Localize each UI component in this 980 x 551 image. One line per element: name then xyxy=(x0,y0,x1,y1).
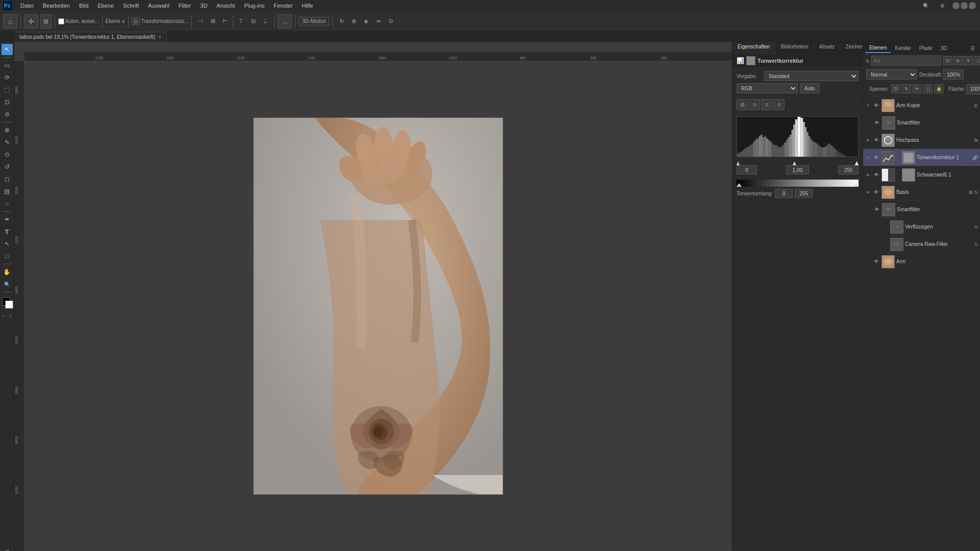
layer-arm-kopie[interactable]: ▼ 👁 Arm Kopie ⊞ xyxy=(863,97,980,114)
eye-arm-kopie[interactable]: 👁 xyxy=(873,102,880,109)
highlight-eyedropper-btn[interactable]: ⊡ xyxy=(773,99,785,110)
menu-filter[interactable]: Filter xyxy=(175,2,195,10)
blend-mode-dropdown[interactable]: Normal xyxy=(866,69,917,80)
menu-auswahl[interactable]: Auswahl xyxy=(144,2,174,10)
zoom-tool[interactable]: 🔍 xyxy=(2,279,13,290)
standard-mode-btn[interactable]: □ xyxy=(8,313,14,319)
tab-absatz[interactable]: Absatz xyxy=(814,42,841,54)
eye-schwarzweiss[interactable]: 👁 xyxy=(873,171,880,179)
visibility-btn[interactable]: 👁 xyxy=(806,548,818,551)
pen-tool[interactable]: ✒ xyxy=(2,214,13,225)
expand-arrow-sw[interactable]: ▶ xyxy=(865,171,871,179)
minimize-window[interactable] xyxy=(952,2,960,9)
filter-text-btn[interactable]: T xyxy=(964,56,973,65)
rectangular-marquee-tool[interactable]: ▭ xyxy=(2,60,13,71)
tab-bibliotheken[interactable]: Bibliotheken xyxy=(775,42,814,54)
dodge-tool[interactable]: ○ xyxy=(2,198,13,209)
search-btn[interactable]: 🔍 xyxy=(919,0,933,13)
layer-hochpass[interactable]: ▶ 👁 Hochpass fx xyxy=(863,132,980,149)
layer-smartfilter-2[interactable]: 👁 SF Smartfilter xyxy=(863,201,980,218)
eyedropper-btn[interactable]: ⊘ xyxy=(737,99,748,110)
lock-all-btn[interactable]: 🔒 xyxy=(934,84,943,93)
filter-adj-btn[interactable]: ⊘ xyxy=(953,56,963,65)
menu-datei[interactable]: Datei xyxy=(16,2,38,10)
eyedropper-tool[interactable]: ⊘ xyxy=(2,109,13,120)
3d-tool-btn-2[interactable]: ⊕ xyxy=(348,16,359,27)
delete-adj-btn[interactable]: 🗑 xyxy=(821,548,832,551)
layer-tonwertkorrektur[interactable]: ▶ 👁 ⋮ Tonwertkorrektur 1 🔗 xyxy=(863,149,980,166)
lock-transparent-btn[interactable]: ⊡ xyxy=(891,84,900,93)
expand-arrow-tonwert[interactable]: ▶ xyxy=(865,154,871,161)
menu-plugins[interactable]: Plug-ins xyxy=(240,2,268,10)
tab-ebenen[interactable]: Ebenen xyxy=(865,43,891,53)
eye-basis[interactable]: 👁 xyxy=(873,189,880,196)
expand-arrow-basis[interactable]: ▶ xyxy=(865,189,871,196)
quick-mask-btn[interactable]: ○ xyxy=(1,313,7,319)
menu-schrift[interactable]: Schrift xyxy=(119,2,143,10)
layers-panel-menu-btn[interactable]: ☰ xyxy=(967,42,978,54)
menu-bild[interactable]: Bild xyxy=(75,2,92,10)
object-select-tool[interactable]: ⬚ xyxy=(2,84,13,95)
align-center-h-btn[interactable]: ⊞ xyxy=(207,16,218,27)
output-highlight-triangle[interactable] xyxy=(853,183,859,187)
menu-bearbeiten[interactable]: Bearbeiten xyxy=(39,2,74,10)
brush-tool[interactable]: ✎ xyxy=(2,137,13,148)
path-select-tool[interactable]: ↖ xyxy=(2,238,13,249)
menu-ansicht[interactable]: Ansicht xyxy=(212,2,239,10)
move-tool[interactable]: ↖ xyxy=(2,44,13,55)
layer-schwarzweiss[interactable]: ▶ 👁 ⋮ Schwarzweiß 1 xyxy=(863,166,980,184)
eye-smartfilter-1[interactable]: 👁 xyxy=(873,119,880,127)
menu-hilfe[interactable]: Hilfe xyxy=(298,2,317,10)
screen-mode-btn[interactable]: ⊞ xyxy=(2,546,13,551)
prev-state-btn[interactable]: ↩ xyxy=(778,548,789,551)
tab-3d[interactable]: 3D xyxy=(937,44,951,53)
opacity-input[interactable] xyxy=(943,69,964,80)
expand-arrow-arm[interactable] xyxy=(865,258,871,265)
fill-input[interactable] xyxy=(966,84,980,94)
gradient-tool[interactable]: ▤ xyxy=(2,186,13,197)
spot-heal-tool[interactable]: ⊕ xyxy=(2,124,13,136)
eye-tonwertkorrektur[interactable]: 👁 xyxy=(873,154,880,161)
3d-tool-btn-5[interactable]: ⊙ xyxy=(385,16,396,27)
clip-to-layer-btn[interactable]: ⊞ xyxy=(764,548,775,551)
eye-smartfilter-2[interactable]: 👁 xyxy=(873,206,880,213)
canvas-content[interactable] xyxy=(24,61,732,551)
shape-tool[interactable]: □ xyxy=(2,251,13,262)
menu-ebene[interactable]: Ebene xyxy=(93,2,118,10)
layer-basis[interactable]: ▶ 👁 Basis ⊞ fx xyxy=(863,184,980,201)
filter-shape-btn[interactable]: □ xyxy=(974,56,980,65)
tonwert-min-input[interactable] xyxy=(775,189,793,198)
move-tool-btn[interactable]: ✛ xyxy=(24,14,38,29)
shadows-input[interactable] xyxy=(737,165,757,174)
background-color-swatch[interactable] xyxy=(5,300,13,309)
tab-close-btn[interactable]: × xyxy=(158,34,161,40)
eye-arm[interactable]: 👁 xyxy=(873,258,880,265)
history-brush-tool[interactable]: ↺ xyxy=(2,161,13,172)
shadow-eyedropper-btn[interactable]: ⊡ xyxy=(749,99,760,110)
tab-pfade[interactable]: Pfade xyxy=(915,44,937,53)
hand-tool[interactable]: ✋ xyxy=(2,266,13,278)
preset-dropdown[interactable]: Standard xyxy=(764,71,859,81)
clone-stamp-tool[interactable]: ⊙ xyxy=(2,149,13,160)
maximize-window[interactable] xyxy=(961,2,968,9)
text-tool[interactable]: T xyxy=(2,226,13,237)
workspace-btn[interactable]: ⚙ xyxy=(935,0,949,13)
crop-tool[interactable]: ⊡ xyxy=(2,96,13,108)
lock-artboard-btn[interactable]: ◻ xyxy=(923,84,933,93)
align-left-btn[interactable]: ⊣ xyxy=(195,16,206,27)
channel-dropdown[interactable]: RGB xyxy=(737,83,798,93)
3d-tool-btn-3[interactable]: ◈ xyxy=(360,16,372,27)
layers-search-input[interactable] xyxy=(871,56,941,66)
output-shadow-triangle[interactable] xyxy=(737,183,742,187)
layer-camera-raw[interactable]: 👁 CR Camera Raw-Filter fx xyxy=(863,236,980,253)
midtone-eyedropper-btn[interactable]: ⊡ xyxy=(761,99,772,110)
tonwert-max-input[interactable] xyxy=(795,189,813,198)
artboard-btn[interactable]: ⊞ xyxy=(40,14,52,29)
eye-hochpass[interactable]: 👁 xyxy=(873,137,880,144)
tab-kanaele[interactable]: Kanäle xyxy=(891,44,915,53)
lock-position-btn[interactable]: ✛ xyxy=(913,84,922,93)
align-bottom-btn[interactable]: ⊥ xyxy=(260,16,271,27)
align-right-btn[interactable]: ⊢ xyxy=(219,16,231,27)
align-center-v-btn[interactable]: ⊟ xyxy=(248,16,259,27)
align-top-btn[interactable]: ⊤ xyxy=(235,16,247,27)
